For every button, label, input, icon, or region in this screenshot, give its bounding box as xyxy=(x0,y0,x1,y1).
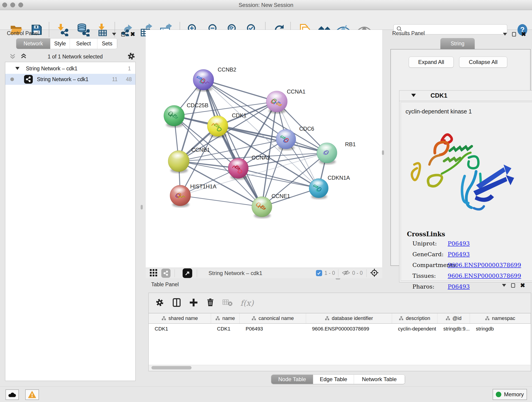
tab-edge-table[interactable]: Edge Table xyxy=(313,375,354,384)
network-collection-row[interactable]: String Network – cdk1 1 xyxy=(5,63,135,74)
protein-structure-image xyxy=(407,119,515,215)
float-panel-icon[interactable] xyxy=(512,32,516,36)
network-options-gear-icon[interactable] xyxy=(127,52,136,61)
collection-count: 1 xyxy=(128,65,131,72)
tab-select[interactable]: Select xyxy=(70,38,97,49)
window-controls xyxy=(2,2,23,7)
table-empty-area xyxy=(149,334,531,365)
panel-menu-icon[interactable] xyxy=(502,284,506,287)
results-panel: Results Panel ✖ String Expand All Collap… xyxy=(384,30,532,279)
crosslink-label: Uniprot: xyxy=(412,240,448,247)
entry-collapse-icon[interactable] xyxy=(411,93,416,98)
crosslink-row: Uniprot:P06493 xyxy=(412,240,470,247)
node-label-CDC6: CDC6 xyxy=(299,126,314,132)
table-cell[interactable]: P06493 xyxy=(240,324,306,334)
table-cell[interactable]: CDK1 xyxy=(211,324,240,334)
table-cell[interactable]: CDK1 xyxy=(149,324,211,334)
close-panel-icon[interactable]: ✖ xyxy=(521,31,526,37)
warning-status-button[interactable] xyxy=(25,389,39,400)
collapse-all-networks-icon[interactable] xyxy=(9,52,17,61)
table-row[interactable]: CDK1CDK1P064939606.ENSP00000378699cyclin… xyxy=(149,324,531,334)
network-view-title: String Network – cdk1 xyxy=(209,270,262,276)
network-row[interactable]: String Network – cdk1 11 48 xyxy=(5,74,135,85)
node-label-CCNB1: CCNB1 xyxy=(191,147,210,153)
hidden-eye-icon xyxy=(342,269,350,277)
network-view-toolbar: String Network – cdk1 1 - 0 0 - 0 xyxy=(146,268,382,278)
zoom-window-button[interactable] xyxy=(18,2,23,7)
table-horizontal-scrollbar[interactable] xyxy=(149,365,531,370)
selected-indicator-checkbox[interactable] xyxy=(316,270,322,276)
column-header-name[interactable]: name xyxy=(211,313,240,323)
function-builder-icon[interactable]: f(x) xyxy=(240,298,254,307)
edge-CCNB2-CCNA1[interactable] xyxy=(203,80,277,102)
status-bar: Memory xyxy=(0,386,532,402)
table-tabs: Node Table Edge Table Network Table xyxy=(271,375,405,384)
scrollbar-thumb[interactable] xyxy=(152,366,191,370)
expand-all-button[interactable]: Expand All xyxy=(409,57,454,68)
left-splitter-handle[interactable] xyxy=(141,205,143,210)
crosslinks-title: CrossLinks xyxy=(407,230,445,238)
panel-menu-icon[interactable] xyxy=(503,33,507,36)
network-type-icon xyxy=(24,75,33,84)
network-canvas[interactable]: CCNB2CCNA1CDC25BCDK1CDC6RB1CCNB1CCNA2CDK… xyxy=(146,30,382,268)
column-header-@id[interactable]: @id xyxy=(437,313,470,323)
memory-button[interactable]: Memory xyxy=(493,389,527,400)
float-panel-icon[interactable] xyxy=(511,283,515,288)
tab-network-table[interactable]: Network Table xyxy=(354,375,405,384)
close-panel-icon[interactable]: ✖ xyxy=(520,282,525,288)
selected-counts: 1 - 0 xyxy=(324,270,335,276)
table-cell[interactable]: 9606.ENSP00000378699 xyxy=(306,324,392,334)
collection-expand-icon[interactable] xyxy=(15,65,20,72)
tab-node-table[interactable]: Node Table xyxy=(271,375,313,384)
tab-style[interactable]: Style xyxy=(51,38,70,49)
detach-view-icon[interactable] xyxy=(183,268,192,278)
network-view-icon[interactable] xyxy=(161,269,171,278)
grid-view-icon[interactable] xyxy=(149,269,158,278)
panel-menu-icon[interactable] xyxy=(112,33,116,36)
crosslink-link[interactable]: P06493 xyxy=(448,240,470,247)
table-cell[interactable]: cyclin-dependent ... xyxy=(392,324,437,334)
show-columns-icon[interactable] xyxy=(172,298,181,308)
collapse-all-button[interactable]: Collapse All xyxy=(459,57,507,68)
table-cell[interactable]: stringdb:9... xyxy=(437,324,470,334)
network-list: String Network – cdk1 1 String Network –… xyxy=(5,62,136,381)
table-panel-title: Table Panel xyxy=(151,281,179,288)
float-panel-icon[interactable] xyxy=(121,32,125,36)
network-selection-status: 1 of 1 Network selected xyxy=(48,54,103,60)
close-panel-icon[interactable]: ✖ xyxy=(130,31,135,37)
delete-column-icon[interactable] xyxy=(206,298,215,308)
crosslink-label: Compartments: xyxy=(412,262,448,268)
crosslink-row: Tissues:9606.ENSP00000378699 xyxy=(412,273,521,279)
add-column-icon[interactable] xyxy=(189,298,198,308)
birds-eye-view-icon[interactable] xyxy=(370,268,379,278)
entry-title: CDK1 xyxy=(431,92,447,99)
edge-HIST1H1A-CCNE1[interactable] xyxy=(180,196,262,207)
close-window-button[interactable] xyxy=(2,2,7,7)
expand-all-networks-icon[interactable] xyxy=(20,52,27,61)
column-header-namespac[interactable]: namespac xyxy=(470,313,531,323)
crosslink-link[interactable]: P06493 xyxy=(448,251,470,258)
column-header-description[interactable]: description xyxy=(392,313,437,323)
warning-icon xyxy=(28,391,36,398)
network-node-count: 11 xyxy=(112,76,118,83)
tab-sets[interactable]: Sets xyxy=(97,38,117,49)
crosslink-link[interactable]: 9606.ENSP00000378699 xyxy=(448,273,521,279)
tab-string[interactable]: String xyxy=(440,38,475,49)
network-edge-count: 48 xyxy=(126,76,132,83)
node-label-CDKN1A: CDKN1A xyxy=(328,175,350,181)
edge-CCNB2-RB1[interactable] xyxy=(203,80,327,153)
column-header-canonical-name[interactable]: canonical name xyxy=(240,313,306,323)
control-panel-tabs: Network Style Select Sets xyxy=(16,38,117,49)
crosslink-link[interactable]: 9606.ENSP00000378699 xyxy=(448,262,521,268)
node-label-CDC25B: CDC25B xyxy=(187,102,209,108)
table-options-gear-icon[interactable] xyxy=(155,298,164,308)
cloud-status-button[interactable] xyxy=(6,389,19,400)
network-graph[interactable]: CCNB2CCNA1CDC25BCDK1CDC6RB1CCNB1CCNA2CDK… xyxy=(146,30,382,268)
minimize-window-button[interactable] xyxy=(10,2,15,7)
table-cell[interactable]: stringdb xyxy=(470,324,531,334)
column-header-shared-name[interactable]: shared name xyxy=(149,313,211,323)
node-label-CCNA2: CCNA2 xyxy=(252,154,270,161)
right-splitter-handle[interactable] xyxy=(382,150,384,155)
column-header-database-identifier[interactable]: database identifier xyxy=(306,313,392,323)
tab-network[interactable]: Network xyxy=(16,38,51,49)
